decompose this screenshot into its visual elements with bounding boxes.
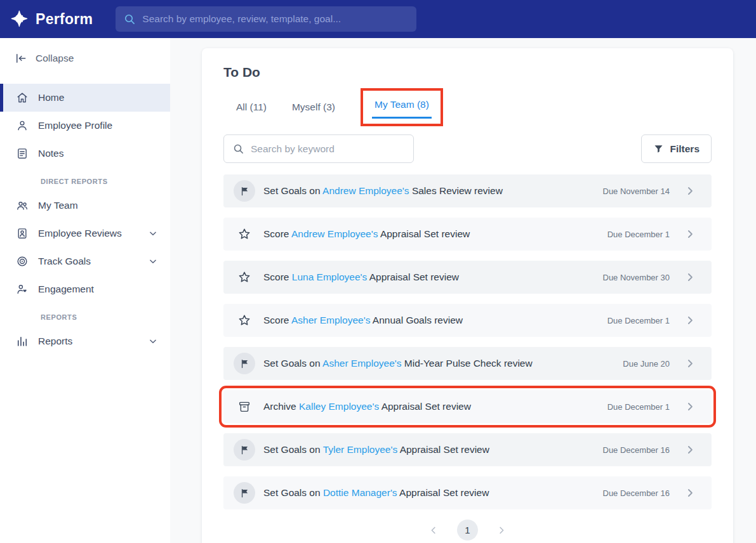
due-date: Due November 30 (603, 273, 670, 282)
todo-text: Score Luna Employee's Appraisal Set revi… (263, 272, 459, 283)
tab-all[interactable]: All (11) (236, 101, 267, 113)
archive-icon (234, 396, 255, 417)
collapse-icon (15, 52, 27, 65)
chevron-down-icon[interactable] (147, 336, 159, 347)
sidebar: Collapse Home Employee Profile Notes DIR… (0, 38, 170, 543)
due-date: Due June 20 (623, 359, 670, 369)
badge-icon (16, 227, 29, 240)
flag-icon (234, 482, 255, 504)
todo-row[interactable]: Score Andrew Employee's Appraisal Set re… (223, 218, 712, 251)
todo-review-name: Mid-Year Pulse Check review (404, 358, 533, 369)
todo-row[interactable]: Set Goals on Andrew Employee's Sales Rev… (223, 174, 712, 207)
home-icon (16, 91, 29, 104)
page-number[interactable]: 1 (457, 520, 478, 540)
bar-chart-icon (16, 335, 29, 348)
chevron-right-icon[interactable] (684, 185, 696, 197)
employee-link[interactable]: Andrew Employee's (291, 228, 378, 239)
sidebar-item-employee-profile[interactable]: Employee Profile (0, 112, 170, 140)
chevron-right-icon[interactable] (684, 400, 696, 413)
todo-review-name: Appraisal Set review (400, 444, 489, 455)
todo-review-name: Annual Goals review (373, 315, 463, 325)
employee-link[interactable]: Asher Employee's (322, 358, 401, 369)
todo-row[interactable]: Set Goals on Asher Employee's Mid-Year P… (223, 347, 712, 380)
todo-review-name: Appraisal Set review (369, 272, 459, 282)
sidebar-item-label: Employee Profile (38, 120, 112, 131)
sidebar-item-track-goals[interactable]: Track Goals (0, 247, 170, 275)
keyword-search[interactable] (223, 134, 414, 163)
sidebar-item-engagement[interactable]: Engagement (0, 275, 170, 303)
previous-page-icon[interactable] (428, 525, 439, 536)
flag-icon (234, 180, 255, 202)
due-date: Due December 16 (603, 445, 670, 455)
sidebar-item-label: Reports (38, 336, 72, 347)
search-icon (232, 143, 244, 155)
employee-link[interactable]: Dottie Manager's (323, 487, 397, 498)
todo-row[interactable]: Score Luna Employee's Appraisal Set revi… (223, 261, 712, 294)
keyword-search-input[interactable] (251, 143, 405, 155)
brand-name: Perform (36, 11, 93, 28)
pagination: 1 (223, 520, 712, 540)
sidebar-item-employee-reviews[interactable]: Employee Reviews (0, 219, 170, 247)
todo-row[interactable]: Score Asher Employee's Annual Goals revi… (223, 304, 712, 337)
todo-text: Set Goals on Asher Employee's Mid-Year P… (263, 358, 533, 369)
chevron-right-icon[interactable] (684, 487, 696, 499)
employee-link[interactable]: Asher Employee's (291, 315, 370, 325)
star-icon (234, 266, 255, 288)
todo-text: Archive Kalley Employee's Appraisal Set … (263, 401, 471, 412)
next-page-icon[interactable] (496, 525, 507, 536)
chevron-right-icon[interactable] (684, 271, 696, 284)
sidebar-item-label: Engagement (38, 284, 94, 295)
todo-review-name: Appraisal Set review (381, 401, 471, 412)
filters-button[interactable]: Filters (641, 134, 712, 163)
due-date: Due December 1 (607, 316, 670, 325)
tab-myself[interactable]: Myself (3) (292, 101, 335, 113)
filter-funnel-icon (653, 143, 664, 154)
todo-action: Set Goals on (263, 185, 321, 196)
engagement-icon (16, 283, 29, 296)
search-icon (123, 13, 136, 25)
chevron-right-icon[interactable] (684, 228, 696, 240)
sidebar-item-label: My Team (38, 200, 78, 211)
due-date: Due December 1 (607, 402, 670, 412)
notes-icon (16, 147, 29, 160)
chevron-down-icon[interactable] (147, 256, 159, 267)
sidebar-item-notes[interactable]: Notes (0, 140, 170, 167)
employee-link[interactable]: Tyler Employee's (323, 444, 398, 455)
app-logo[interactable]: Perform (10, 10, 93, 29)
employee-link[interactable]: Kalley Employee's (299, 401, 379, 412)
sidebar-item-my-team[interactable]: My Team (0, 192, 170, 219)
todo-row[interactable]: Set Goals on Dottie Manager's Appraisal … (223, 476, 712, 509)
sidebar-item-label: Employee Reviews (38, 228, 122, 239)
sidebar-section-reports: REPORTS (0, 303, 170, 327)
person-icon (16, 119, 29, 132)
sidebar-item-home[interactable]: Home (0, 84, 170, 112)
tab-my-team[interactable]: My Team (8) (372, 99, 432, 119)
todo-row-archive-kalley[interactable]: Archive Kalley Employee's Appraisal Set … (223, 390, 712, 423)
collapse-button[interactable]: Collapse (0, 47, 170, 70)
topbar: Perform (0, 0, 756, 38)
sidebar-item-label: Notes (38, 148, 64, 159)
chevron-down-icon[interactable] (147, 228, 159, 239)
chevron-right-icon[interactable] (684, 314, 696, 327)
flag-icon (234, 353, 255, 374)
due-date: Due November 14 (603, 186, 670, 196)
todo-text: Set Goals on Dottie Manager's Appraisal … (263, 487, 489, 499)
todo-card: To Do All (11) Myself (3) My Team (8) (202, 48, 733, 543)
todo-action: Set Goals on (263, 358, 321, 369)
global-search-input[interactable] (142, 13, 409, 25)
employee-link[interactable]: Luna Employee's (292, 272, 367, 282)
todo-action: Score (263, 228, 289, 239)
todo-row[interactable]: Set Goals on Tyler Employee's Appraisal … (223, 433, 712, 466)
employee-link[interactable]: Andrew Employee's (322, 185, 409, 196)
annotation-box-my-team-tab: My Team (8) (361, 88, 443, 126)
chevron-right-icon[interactable] (684, 443, 696, 456)
todo-action: Set Goals on (263, 487, 321, 498)
chevron-right-icon[interactable] (684, 357, 696, 370)
page-title: To Do (223, 65, 712, 80)
todo-list: Set Goals on Andrew Employee's Sales Rev… (223, 174, 712, 509)
todo-review-name: Appraisal Set review (399, 487, 489, 498)
todo-action: Score (263, 272, 289, 282)
global-search[interactable] (116, 6, 416, 32)
star-icon (234, 310, 255, 331)
sidebar-item-reports[interactable]: Reports (0, 327, 170, 355)
